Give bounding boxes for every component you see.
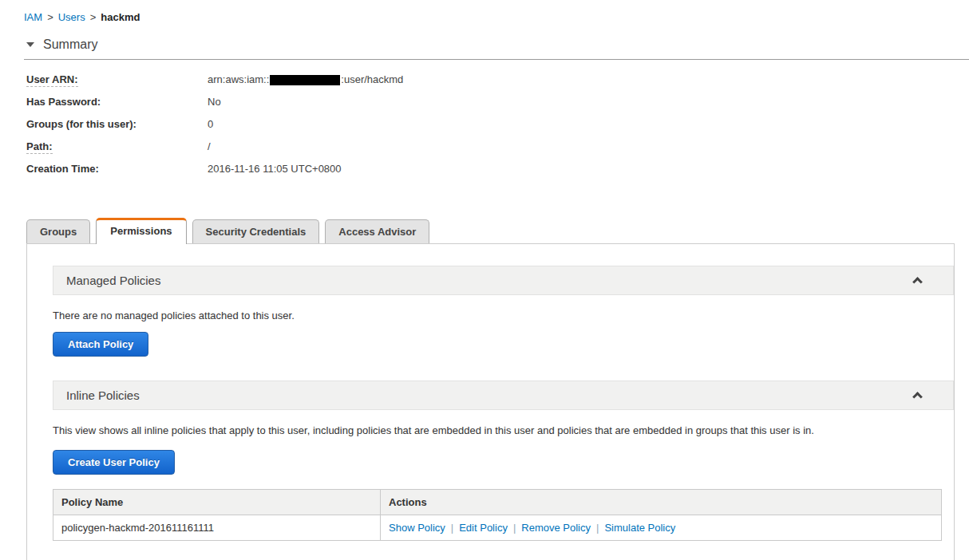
action-separator: | [451, 522, 453, 534]
groups-count-value: 0 [208, 116, 213, 132]
summary-divider [24, 59, 969, 60]
path-value: / [208, 139, 211, 154]
redacted-account-id [270, 75, 340, 85]
inline-policies-body: This view shows all inline policies that… [53, 410, 954, 541]
has-password-label: Has Password: [26, 94, 208, 109]
user-arn-label: User ARN: [26, 72, 208, 87]
breadcrumb: IAM>Users>hackmd [0, 0, 969, 23]
column-header-actions: Actions [381, 490, 942, 515]
edit-policy-link[interactable]: Edit Policy [459, 522, 508, 534]
tab-groups[interactable]: Groups [26, 219, 90, 243]
chevron-up-icon[interactable] [912, 392, 923, 402]
managed-policies-body: There are no managed policies attached t… [53, 295, 954, 357]
managed-policies-header[interactable]: Managed Policies [53, 266, 954, 295]
collapse-triangle-icon[interactable] [26, 42, 34, 47]
managed-policies-title: Managed Policies [66, 274, 160, 287]
breadcrumb-separator: > [90, 11, 97, 23]
table-header-row: Policy Name Actions [53, 490, 942, 515]
managed-policies-empty-text: There are no managed policies attached t… [53, 310, 954, 321]
column-header-policy-name: Policy Name [53, 490, 381, 515]
tab-security-credentials[interactable]: Security Credentials [192, 219, 320, 243]
user-arn-value: arn:aws:iam:::user/hackmd [208, 72, 403, 87]
summary-fields: User ARN: arn:aws:iam:::user/hackmd Has … [26, 72, 969, 176]
policy-actions-cell: Show Policy|Edit Policy|Remove Policy|Si… [381, 515, 942, 541]
section-gap [27, 357, 954, 381]
summary-row-user-arn: User ARN: arn:aws:iam:::user/hackmd [26, 72, 969, 87]
creation-time-value: 2016-11-16 11:05 UTC+0800 [208, 161, 342, 176]
summary-row-has-password: Has Password: No [26, 94, 969, 109]
create-user-policy-button[interactable]: Create User Policy [53, 450, 175, 475]
policy-name-cell: policygen-hackmd-201611161111 [53, 515, 381, 541]
tab-access-advisor[interactable]: Access Advisor [325, 219, 429, 243]
has-password-value: No [208, 94, 221, 109]
show-policy-link[interactable]: Show Policy [389, 522, 445, 534]
tab-permissions[interactable]: Permissions [96, 218, 186, 244]
summary-row-creation-time: Creation Time: 2016-11-16 11:05 UTC+0800 [26, 161, 969, 176]
remove-policy-link[interactable]: Remove Policy [521, 522, 591, 534]
summary-row-path: Path: / [26, 139, 969, 154]
summary-title: Summary [43, 37, 97, 52]
breadcrumb-current-user: hackmd [101, 11, 140, 23]
inline-policies-description: This view shows all inline policies that… [53, 424, 954, 436]
summary-header: Summary [26, 37, 969, 52]
simulate-policy-link[interactable]: Simulate Policy [604, 522, 675, 534]
summary-row-groups: Groups (for this user): 0 [26, 116, 969, 132]
groups-count-label: Groups (for this user): [26, 116, 208, 132]
inline-policies-title: Inline Policies [66, 388, 140, 402]
managed-policies-section: Managed Policies There are no managed po… [53, 266, 954, 357]
chevron-up-icon[interactable] [912, 277, 923, 287]
inline-policies-table: Policy Name Actions policygen-hackmd-201… [53, 489, 942, 541]
breadcrumb-link-users[interactable]: Users [58, 11, 85, 23]
action-separator: | [596, 522, 599, 534]
action-separator: | [513, 522, 516, 534]
creation-time-label: Creation Time: [26, 161, 208, 176]
inline-policies-header[interactable]: Inline Policies [53, 381, 954, 410]
permissions-tab-panel: Managed Policies There are no managed po… [26, 243, 955, 560]
path-label: Path: [26, 139, 208, 154]
breadcrumb-separator: > [47, 11, 53, 23]
inline-policies-section: Inline Policies This view shows all inli… [53, 381, 954, 541]
breadcrumb-link-iam[interactable]: IAM [24, 11, 42, 23]
table-row: policygen-hackmd-201611161111 Show Polic… [53, 515, 942, 541]
attach-policy-button[interactable]: Attach Policy [53, 332, 148, 357]
tab-bar: Groups Permissions Security Credentials … [26, 218, 969, 243]
